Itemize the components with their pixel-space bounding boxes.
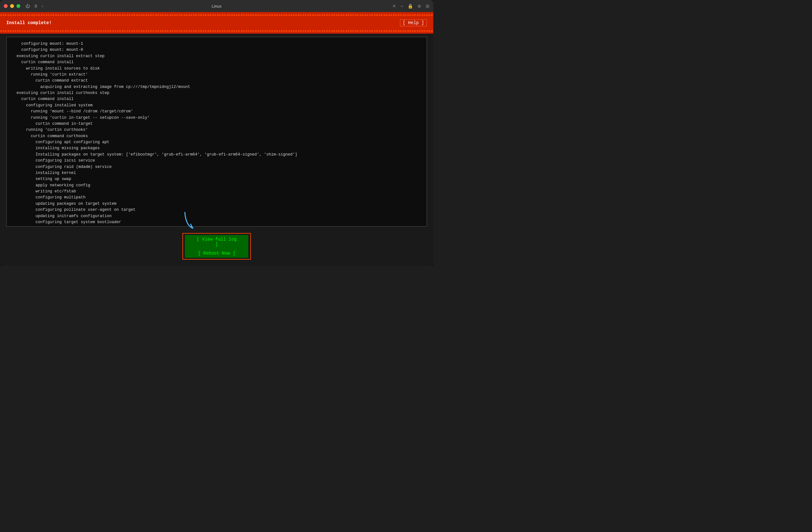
main-window: ⏻ ⏸ ‹ Linux ✳ ⌁ 🔒 ⊕ ⊞ ◆◆◆◆◆◆◆◆◆◆◆◆◆◆◆◆◆◆… xyxy=(0,0,433,266)
window-controls xyxy=(4,4,20,8)
fullscreen-icon: ⊞ xyxy=(426,3,430,9)
log-line: installing missing packages xyxy=(12,145,422,151)
back-icon: ‹ xyxy=(42,3,43,9)
log-line: updating initramfs configuration xyxy=(12,213,422,219)
power-icon: ⏻ xyxy=(25,3,30,9)
reboot-button[interactable]: [ Reboot Now ] xyxy=(185,249,248,258)
log-line: installing kernel xyxy=(12,170,422,176)
log-line: writing install sources to disk xyxy=(12,66,422,72)
terminal: ◆◆◆◆◆◆◆◆◆◆◆◆◆◆◆◆◆◆◆◆◆◆◆◆◆◆◆◆◆◆◆◆◆◆◆◆◆◆◆◆… xyxy=(0,12,433,266)
log-line: configuring mount: mount-1 xyxy=(12,41,422,47)
log-line: curtin command in-target xyxy=(12,121,422,127)
log-line: updating packages on target system xyxy=(12,201,422,207)
diamonds-top: ◆◆◆◆◆◆◆◆◆◆◆◆◆◆◆◆◆◆◆◆◆◆◆◆◆◆◆◆◆◆◆◆◆◆◆◆◆◆◆◆… xyxy=(0,13,433,16)
log-line: acquiring and extracting image from cp:/… xyxy=(12,84,422,90)
log-line: running 'curtin curthooks' xyxy=(12,127,422,133)
log-line: configuring apt configuring apt xyxy=(12,139,422,145)
log-line: curtin command install xyxy=(12,96,422,102)
titlebar-right-icons: ✳ ⌁ 🔒 ⊕ ⊞ xyxy=(392,3,430,9)
log-line: configuring raid (mdadm) service xyxy=(12,164,422,170)
log-line: curtin command curthooks xyxy=(12,133,422,139)
log-line: apply networking config xyxy=(12,183,422,188)
log-line: setting up swap xyxy=(12,176,422,182)
help-button[interactable]: [ Help ] xyxy=(400,19,427,26)
status-bar: Install complete! [ Help ] xyxy=(0,18,433,28)
log-line: executing curtin install curthooks step xyxy=(12,90,422,96)
log-line: configuring target system bootloader xyxy=(12,219,422,225)
diamonds-bottom: ◆◆◆◆◆◆◆◆◆◆◆◆◆◆◆◆◆◆◆◆◆◆◆◆◆◆◆◆◆◆◆◆◆◆◆◆◆◆◆◆… xyxy=(0,29,433,32)
log-line: curtin command extract xyxy=(12,78,422,84)
log-line: running 'curtin extract' xyxy=(12,72,422,78)
diamond-border-top: ◆◆◆◆◆◆◆◆◆◆◆◆◆◆◆◆◆◆◆◆◆◆◆◆◆◆◆◆◆◆◆◆◆◆◆◆◆◆◆◆… xyxy=(0,12,433,18)
log-line: curtin command install xyxy=(12,59,422,65)
log-line: Installing packages on target system: ['… xyxy=(12,152,422,158)
search2-icon: ⊕ xyxy=(417,3,421,9)
log-line: configuring multipath xyxy=(12,195,422,201)
view-log-button[interactable]: [ View full log ] xyxy=(185,235,248,249)
log-line: running 'curtin in-target -- setupcon --… xyxy=(12,115,422,121)
wifi-icon: ⌁ xyxy=(401,3,403,9)
arrow-indicator xyxy=(178,211,204,234)
maximize-button[interactable] xyxy=(16,4,20,8)
log-line: configuring pollinate user-agent on targ… xyxy=(12,207,422,213)
brightness-icon: ✳ xyxy=(392,3,396,9)
close-button[interactable] xyxy=(4,4,8,8)
log-container: configuring mount: mount-1 configuring m… xyxy=(0,34,433,230)
log-line: configuring iscsi service xyxy=(12,158,422,164)
log-line: executing curtin install extract step xyxy=(12,53,422,59)
log-box: configuring mount: mount-1 configuring m… xyxy=(6,37,427,227)
log-line: configuring installed system xyxy=(12,102,422,109)
bottom-section: [ View full log ] [ Reboot Now ] xyxy=(0,230,433,266)
titlebar-left-icons: ⏻ ⏸ ‹ xyxy=(25,3,43,9)
log-line: installing grub to target devices xyxy=(12,225,422,227)
button-group: [ View full log ] [ Reboot Now ] xyxy=(183,233,251,260)
titlebar: ⏻ ⏸ ‹ Linux ✳ ⌁ 🔒 ⊕ ⊞ xyxy=(0,0,433,12)
install-status: Install complete! xyxy=(6,20,52,25)
log-line: configuring mount: mount-0 xyxy=(12,47,422,53)
log-line: running 'mount --bind /cdrom /target/cdr… xyxy=(12,109,422,115)
diamond-border-bottom: ◆◆◆◆◆◆◆◆◆◆◆◆◆◆◆◆◆◆◆◆◆◆◆◆◆◆◆◆◆◆◆◆◆◆◆◆◆◆◆◆… xyxy=(0,28,433,34)
log-line: writing etc/fstab xyxy=(12,188,422,195)
minimize-button[interactable] xyxy=(10,4,14,8)
window-title: Linux xyxy=(212,4,221,9)
lock-icon: 🔒 xyxy=(408,3,413,9)
pause-icon: ⏸ xyxy=(34,3,38,9)
